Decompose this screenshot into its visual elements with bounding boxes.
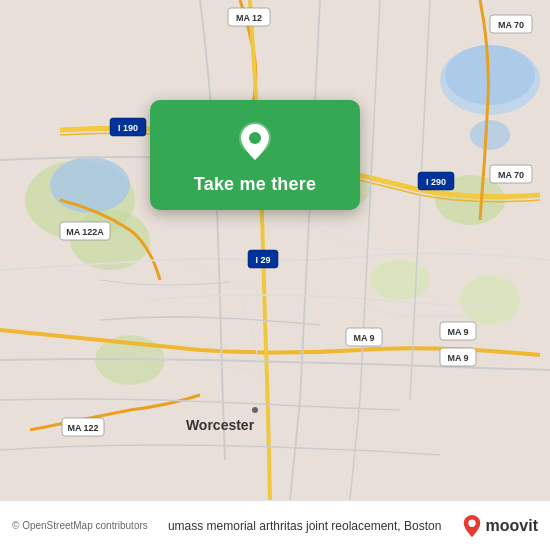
svg-point-38 [468,519,475,526]
svg-point-11 [470,120,510,150]
svg-point-10 [445,45,535,105]
svg-text:MA 9: MA 9 [447,353,468,363]
copyright-text: © OpenStreetMap contributors [12,520,148,531]
moovit-logo: moovit [462,515,538,537]
svg-text:MA 70: MA 70 [498,20,524,30]
location-pin-icon [233,120,277,164]
moovit-pin-icon [462,515,482,537]
moovit-brand-text: moovit [486,517,538,535]
destination-text: umass memorial arthritas joint reolaceme… [156,519,454,533]
svg-text:MA 122A: MA 122A [66,227,104,237]
svg-point-5 [370,260,430,300]
svg-text:MA 122: MA 122 [67,423,98,433]
map-background: MA 70 MA 12 I 190 MA 122A MA 70 I 290 I … [0,0,550,500]
bottom-bar: © OpenStreetMap contributors umass memor… [0,500,550,550]
svg-point-35 [252,407,258,413]
map-container: MA 70 MA 12 I 190 MA 122A MA 70 I 290 I … [0,0,550,500]
svg-point-9 [50,157,130,213]
svg-text:I 190: I 190 [118,123,138,133]
svg-text:Worcester: Worcester [186,417,255,433]
svg-text:MA 12: MA 12 [236,13,262,23]
svg-text:I 29: I 29 [255,255,270,265]
svg-point-37 [249,132,261,144]
svg-text:MA 70: MA 70 [498,170,524,180]
svg-text:MA 9: MA 9 [447,327,468,337]
take-me-there-button[interactable]: Take me there [150,100,360,210]
popup-button-label: Take me there [194,174,316,195]
svg-point-7 [460,275,520,325]
svg-text:MA 9: MA 9 [353,333,374,343]
svg-text:I 290: I 290 [426,177,446,187]
